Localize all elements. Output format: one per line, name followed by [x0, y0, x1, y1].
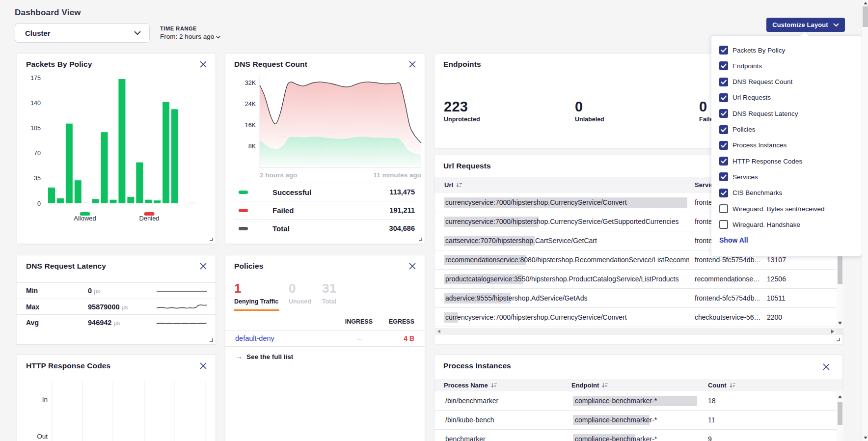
close-icon[interactable] [409, 263, 416, 270]
policy-stat-unused[interactable]: 0Unused [289, 281, 311, 305]
latency-sparkline [157, 285, 207, 298]
checkbox-checked-icon[interactable] [719, 93, 728, 102]
checkbox-checked-icon[interactable] [719, 125, 728, 134]
menu-item-wireguard-bytes-sent-received[interactable]: Wireguard. Bytes sent/received [719, 203, 825, 215]
show-all-link[interactable]: Show All [719, 236, 748, 244]
page-scrollbar-thumb[interactable] [863, 6, 868, 27]
menu-item-dns-request-latency[interactable]: DNS Request Latency [719, 108, 798, 119]
checkbox-checked-icon[interactable] [719, 109, 728, 118]
policy-row: default-deny–4 B [225, 331, 425, 347]
bar-allowed [66, 124, 73, 203]
checkbox-checked-icon[interactable] [719, 61, 728, 70]
stat-value: 0 [289, 281, 311, 296]
column-header-url[interactable]: Url [444, 177, 462, 193]
close-icon[interactable] [200, 263, 207, 270]
menu-item-url-requests[interactable]: Url Requests [719, 92, 771, 104]
table-row[interactable]: productcatalogservice:3550/hipstershop.P… [434, 270, 842, 289]
customize-layout-button[interactable]: Customize Layout [766, 18, 845, 32]
legend-swatch [239, 209, 248, 212]
scroll-down-arrow[interactable] [864, 437, 868, 439]
scroll-left-arrow[interactable] [437, 330, 440, 333]
bar-allowed [110, 200, 117, 203]
resize-handle[interactable] [837, 338, 840, 341]
menu-item-cis-benchmarks[interactable]: CIS Benchmarks [719, 187, 782, 199]
view-select-value: Cluster [25, 29, 51, 37]
time-range-label: TIME RANGE [160, 26, 220, 31]
resize-handle[interactable] [419, 238, 422, 241]
cell-url: currencyservice:7000/hipstershop.Currenc… [445, 308, 627, 327]
menu-item-label: CIS Benchmarks [732, 189, 782, 196]
sort-icon [602, 383, 608, 388]
menu-item-services[interactable]: Services [719, 171, 758, 183]
policy-name-link[interactable]: default-deny [235, 331, 274, 347]
column-header-ingress[interactable]: INGRESS [345, 318, 373, 325]
bar-allowed [145, 200, 152, 203]
scroll-up-arrow[interactable] [864, 2, 868, 4]
table-row[interactable]: /bin/kube-benchcompliance-benchmarker-*1… [434, 411, 842, 430]
table-vertical-scrollbar[interactable] [837, 391, 843, 441]
chevron-down-icon [833, 21, 839, 28]
row-label-out: Out [37, 433, 48, 440]
table-row[interactable]: /bin/benchmarkercompliance-benchmarker-*… [434, 391, 842, 411]
cell-process-name: benchmarker [445, 430, 486, 441]
menu-item-process-instances[interactable]: Process Instances [719, 139, 787, 151]
checkbox-unchecked-icon[interactable] [719, 220, 728, 229]
x-axis-category-label: Allowed [74, 215, 96, 222]
chevron-down-icon [216, 33, 220, 40]
cell-process-name: /bin/benchmarker [445, 391, 498, 411]
menu-item-label: DNS Request Count [732, 78, 792, 85]
card-process-instances: Process Instances Process Name Endpoint … [434, 355, 843, 441]
legend-row-failed: Failed191,211 [234, 201, 416, 219]
scroll-up-arrow[interactable] [838, 395, 842, 398]
checkbox-checked-icon[interactable] [719, 172, 728, 181]
stat-value: 31 [322, 281, 337, 296]
menu-item-policies[interactable]: Policies [719, 124, 756, 136]
legend-swatch [239, 191, 248, 194]
menu-item-wireguard-handshake[interactable]: Wireguard. Handshake [719, 219, 800, 230]
latency-label: Max [26, 299, 39, 315]
table-row[interactable]: benchmarkercompliance-benchmarker-*9 [434, 430, 842, 441]
checkbox-checked-icon[interactable] [719, 78, 728, 86]
resize-handle[interactable] [210, 338, 213, 342]
menu-item-label: Endpoints [732, 62, 762, 70]
table-horizontal-scrollbar[interactable] [435, 328, 837, 335]
menu-item-label: Services [732, 173, 758, 181]
page-scrollbar[interactable] [862, 0, 868, 441]
menu-item-packets-by-policy[interactable]: Packets By Policy [719, 44, 785, 56]
scroll-right-arrow[interactable] [831, 330, 834, 333]
table-row[interactable]: currencyservice:7000/hipstershop.Currenc… [434, 308, 842, 327]
arrow-right-icon: → [236, 353, 243, 360]
menu-item-http-response-codes[interactable]: HTTP Response Codes [719, 155, 802, 167]
scrollbar-corner [837, 328, 843, 335]
see-full-list-link[interactable]: →See the full list [236, 353, 293, 360]
scroll-down-arrow[interactable] [838, 322, 842, 325]
bar-allowed [57, 198, 64, 203]
view-select[interactable]: Cluster [15, 23, 150, 43]
checkbox-checked-icon[interactable] [719, 157, 728, 165]
resize-handle[interactable] [210, 238, 213, 241]
column-header-count[interactable]: Count [708, 379, 736, 391]
column-header-egress[interactable]: EGRESS [389, 318, 414, 325]
menu-item-endpoints[interactable]: Endpoints [719, 60, 762, 72]
checkbox-checked-icon[interactable] [719, 141, 728, 150]
cell-endpoint: compliance-benchmarker-* [575, 391, 657, 411]
legend-label: Successful [272, 183, 311, 201]
checkbox-checked-icon[interactable] [719, 189, 728, 197]
checkbox-unchecked-icon[interactable] [719, 204, 728, 213]
y-axis-tick-label: 0 [37, 200, 41, 207]
time-range-value[interactable]: From: 2 hours ago [160, 33, 220, 40]
y-axis-tick-label: 175 [30, 75, 41, 82]
bar-allowed [171, 109, 178, 203]
checkbox-checked-icon[interactable] [719, 46, 728, 55]
column-header-process-name[interactable]: Process Name [444, 379, 497, 391]
legend-value: 113,475 [389, 183, 415, 201]
close-icon[interactable] [823, 363, 830, 370]
cell-url: cartservice:7070/hipstershop.CartService… [445, 231, 597, 250]
policy-stat-total[interactable]: 31Total [322, 281, 337, 305]
column-header-endpoint[interactable]: Endpoint [571, 379, 608, 391]
page-title: Dashboard View [15, 8, 81, 18]
card-title: Endpoints [443, 60, 481, 69]
table-row[interactable]: adservice:9555/hipstershop.AdService/Get… [434, 289, 842, 308]
menu-item-dns-request-count[interactable]: DNS Request Count [719, 76, 792, 88]
policy-stat-denying-traffic[interactable]: 1Denying Traffic [234, 281, 278, 305]
